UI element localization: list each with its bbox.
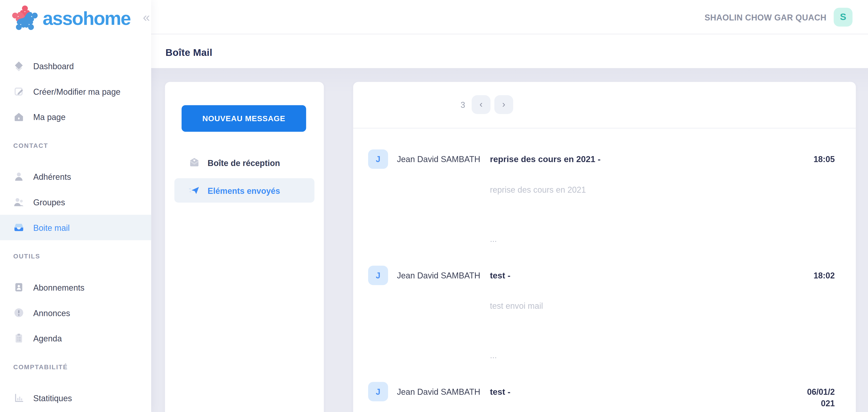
mail-time: 18:05	[795, 150, 835, 245]
dashboard-icon	[13, 60, 24, 71]
sidebar-item-label: Agenda	[33, 334, 62, 343]
sidebar-item-label: Annonces	[33, 308, 70, 318]
content-area: NOUVEAU MESSAGE Boîte de réception Eléme…	[151, 68, 868, 412]
folder-label: Boîte de réception	[208, 158, 280, 167]
sidebar-item-statistiques[interactable]: Statitiques	[0, 385, 151, 411]
sidebar-item-groupes[interactable]: Groupes	[0, 189, 151, 215]
sidebar-section-comptabilite: COMPTABILITÉ	[0, 363, 151, 371]
page-title: Boîte Mail	[151, 35, 868, 59]
folder-inbox[interactable]: Boîte de réception	[174, 151, 314, 175]
sidebar-item-annonces[interactable]: Annonces	[0, 300, 151, 325]
sidebar-nav: Dashboard Créer/Modifier ma page Ma page…	[0, 53, 151, 411]
clipboard-icon	[13, 333, 24, 344]
previous-page-button[interactable]: ‹	[472, 95, 491, 114]
top-header: SHAOLIN CHOW GAR QUACH S	[151, 0, 868, 34]
mail-content: test - test envoi mail ...	[490, 266, 795, 361]
mail-snippet: reprise des cours en 2021	[490, 184, 795, 195]
sidebar-item-label: Abonnements	[33, 283, 84, 292]
mail-list-pagination: 3 ‹ ›	[353, 82, 856, 128]
mail-ellipsis: ...	[490, 352, 795, 359]
bar-chart-icon	[13, 392, 24, 404]
sidebar-item-agenda[interactable]: Agenda	[0, 325, 151, 351]
mail-list-panel: 3 ‹ › J Jean David SAMBATH reprise des c…	[353, 82, 856, 412]
mail-time-line: 18:05	[795, 153, 835, 165]
mail-sender: Jean David SAMBATH	[397, 266, 490, 361]
sidebar-item-label: Adhérents	[33, 172, 71, 181]
alert-icon	[13, 307, 24, 318]
sidebar-item-boite-mail[interactable]: Boite mail	[0, 215, 151, 240]
sidebar: assohome Dashboard Créer/Modifier ma pag…	[0, 0, 151, 412]
mail-folders-panel: NOUVEAU MESSAGE Boîte de réception Eléme…	[165, 82, 324, 412]
sidebar-item-label: Statitiques	[33, 393, 72, 403]
app-logo-text: assohome	[42, 8, 130, 29]
group-icon	[13, 197, 24, 208]
sender-avatar: J	[368, 382, 388, 401]
mail-time: 06/01/2 021 21:12	[795, 382, 835, 412]
sidebar-item-label: Créer/Modifier ma page	[33, 87, 120, 96]
sidebar-item-my-page[interactable]: Ma page	[0, 104, 151, 130]
mail-list-item[interactable]: J Jean David SAMBATH reprise des cours e…	[353, 129, 856, 245]
edit-icon	[13, 86, 24, 97]
sidebar-item-label: Ma page	[33, 112, 65, 122]
person-icon	[13, 171, 24, 182]
user-name: SHAOLIN CHOW GAR QUACH	[705, 12, 826, 22]
folder-label: Eléments envoyés	[208, 186, 280, 195]
mail-time: 18:02	[795, 266, 835, 361]
app-logo[interactable]: assohome	[9, 3, 131, 34]
sidebar-item-label: Dashboard	[33, 61, 74, 71]
mail-snippet: test envoi mail	[490, 300, 795, 312]
mail-content: reprise des cours en 2021 - reprise des …	[490, 150, 795, 245]
mail-time-line: 21:12	[795, 409, 835, 412]
user-avatar[interactable]: S	[834, 8, 852, 27]
sender-avatar: J	[368, 150, 388, 169]
user-menu: SHAOLIN CHOW GAR QUACH S	[705, 0, 852, 34]
mailbox-icon	[13, 222, 24, 233]
new-message-button[interactable]: NOUVEAU MESSAGE	[182, 105, 306, 132]
sender-avatar: J	[368, 266, 388, 285]
home-icon	[13, 111, 24, 122]
mail-ellipsis: ...	[490, 235, 795, 243]
mail-time-line: 18:02	[795, 270, 835, 281]
app-logo-icon	[9, 3, 41, 34]
sidebar-item-label: Boite mail	[33, 223, 70, 232]
send-icon	[189, 185, 200, 196]
mail-list-item[interactable]: J Jean David SAMBATH test - test envoi m…	[353, 245, 856, 361]
page-title-band: Boîte Mail	[151, 35, 868, 68]
sidebar-item-dashboard[interactable]: Dashboard	[0, 53, 151, 78]
folder-sent[interactable]: Eléments envoyés	[174, 178, 314, 202]
mail-subject: test -	[490, 382, 795, 401]
page-number: 3	[461, 82, 465, 128]
collapse-sidebar-icon[interactable]: «	[143, 10, 150, 24]
sidebar-section-contact: CONTACT	[0, 141, 151, 150]
mail-time-line: 021	[795, 398, 835, 409]
mail-content: test -	[490, 382, 795, 412]
mail-sender: Jean David SAMBATH	[397, 382, 490, 412]
mail-time-line: 06/01/2	[795, 386, 835, 398]
mail-sender: Jean David SAMBATH	[397, 150, 490, 245]
sidebar-item-abonnements[interactable]: Abonnements	[0, 275, 151, 300]
sidebar-item-edit-page[interactable]: Créer/Modifier ma page	[0, 78, 151, 104]
mail-subject: test -	[490, 266, 795, 285]
card-icon	[13, 282, 24, 293]
sidebar-item-label: Groupes	[33, 197, 65, 207]
app-root: SHAOLIN CHOW GAR QUACH S « Boîte Mail	[0, 0, 868, 412]
mail-subject: reprise des cours en 2021 -	[490, 150, 795, 169]
sidebar-section-outils: OUTILS	[0, 252, 151, 260]
next-page-button[interactable]: ›	[494, 95, 513, 114]
sidebar-item-adherents[interactable]: Adhérents	[0, 164, 151, 189]
inbox-mail-icon	[189, 157, 200, 168]
mail-list-item[interactable]: J Jean David SAMBATH test - 06/01/2 021 …	[353, 361, 856, 412]
